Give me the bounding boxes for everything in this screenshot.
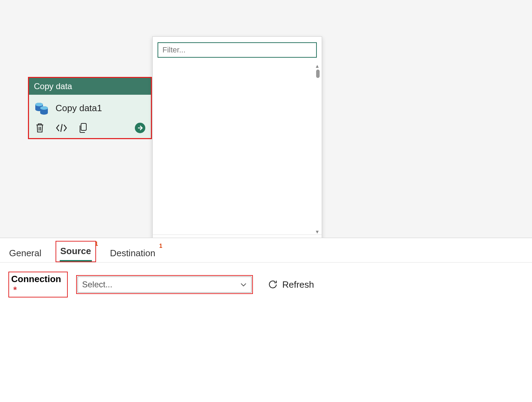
tab-destination-label: Destination	[110, 248, 155, 258]
filter-input[interactable]	[158, 42, 317, 58]
activity-header: Copy data	[29, 78, 151, 95]
activity-toolbar	[29, 120, 151, 138]
run-arrow-icon[interactable]	[134, 122, 146, 134]
tab-general-label: General	[9, 248, 42, 258]
svg-point-3	[40, 106, 48, 110]
svg-point-1	[35, 103, 43, 106]
activity-name: Copy data1	[56, 103, 102, 114]
required-asterisk: *	[13, 285, 17, 295]
svg-rect-4	[81, 123, 86, 130]
copy-data-activity[interactable]: Copy data Copy data1	[28, 77, 152, 139]
scrollbar-thumb[interactable]	[316, 70, 320, 78]
dropdown-list[interactable]: ▲ ▼	[158, 63, 320, 235]
copy-icon[interactable]	[77, 122, 89, 134]
tab-general[interactable]: General	[8, 244, 42, 262]
connection-select-wrap: Select...	[78, 277, 252, 293]
refresh-button[interactable]: Refresh	[268, 279, 314, 290]
code-icon[interactable]	[56, 122, 67, 134]
tab-source-label: Source	[60, 246, 91, 256]
delete-icon[interactable]	[34, 122, 46, 134]
refresh-icon	[268, 279, 278, 290]
connection-label-cell: Connection *	[8, 272, 68, 297]
tab-source-highlight: Source 1	[56, 241, 96, 262]
activity-body: Copy data1	[29, 95, 151, 120]
tab-destination-badge: 1	[159, 243, 162, 249]
connection-select-placeholder: Select...	[82, 280, 112, 289]
tab-destination[interactable]: Destination 1	[109, 244, 156, 262]
tabs-row: General Source 1 Destination 1	[0, 238, 532, 263]
connection-label: Connection	[11, 274, 61, 284]
database-icon	[34, 100, 49, 116]
scroll-down-icon[interactable]: ▼	[315, 229, 320, 235]
chevron-down-icon	[240, 282, 247, 287]
filter-wrap	[153, 37, 322, 63]
tab-source[interactable]: Source 1	[60, 242, 92, 261]
scroll-up-icon[interactable]: ▲	[315, 63, 320, 69]
connection-row: Connection * Select... Refresh	[0, 263, 532, 307]
properties-panel: General Source 1 Destination 1 Connectio…	[0, 238, 532, 402]
refresh-label: Refresh	[282, 279, 314, 290]
pipeline-canvas[interactable]: Copy data Copy data1	[0, 0, 532, 238]
connection-select[interactable]: Select...	[78, 277, 252, 293]
connection-dropdown-panel: ▲ ▼ Use dynamic content More	[152, 36, 322, 273]
tab-source-badge: 1	[95, 241, 98, 247]
